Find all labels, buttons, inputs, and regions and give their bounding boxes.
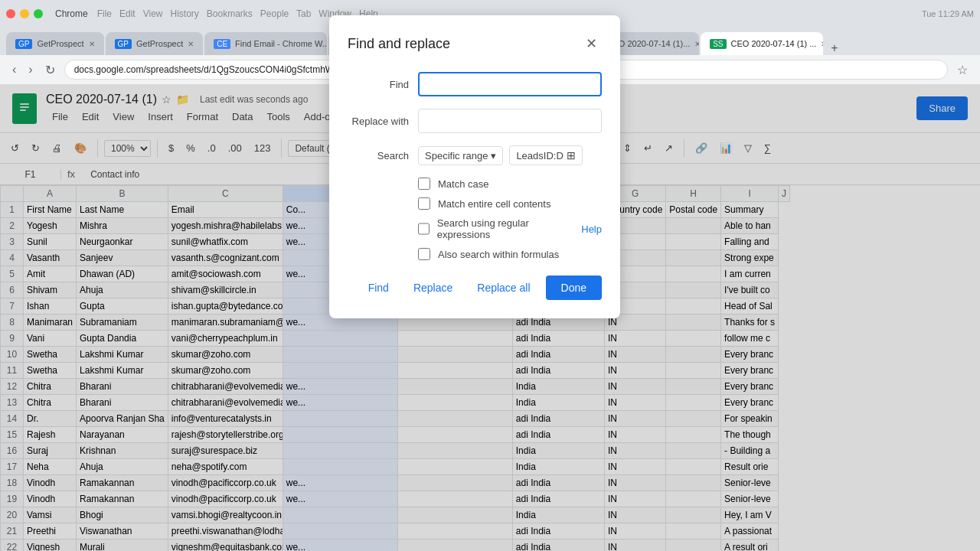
- find-row: Find: [348, 72, 602, 96]
- replace-button[interactable]: Replace: [404, 276, 462, 300]
- browser-tab-7-active[interactable]: SS CEO 2020-07-14 (1) ... ✕: [701, 32, 823, 55]
- regex-row: Search using regular expressions Help: [348, 217, 602, 240]
- tab-label-1: GetProspect: [37, 39, 83, 48]
- tab-favicon-3: CE: [214, 39, 230, 49]
- minimize-window-button[interactable]: [20, 9, 29, 18]
- tab-favicon-1: GP: [15, 39, 32, 49]
- dialog-title: Find and replace: [348, 36, 450, 52]
- within-formulas-checkbox[interactable]: [418, 248, 430, 260]
- regex-checkbox[interactable]: [418, 223, 430, 235]
- browser-tab-1[interactable]: GP GetProspect ✕: [6, 32, 104, 55]
- done-button[interactable]: Done: [546, 276, 602, 300]
- replace-all-button[interactable]: Replace all: [468, 276, 539, 300]
- close-window-button[interactable]: [6, 9, 15, 18]
- chevron-down-icon: ▾: [491, 150, 496, 161]
- dialog-close-button[interactable]: ✕: [581, 34, 602, 54]
- tab-close-6[interactable]: ✕: [694, 40, 699, 48]
- find-label: Find: [348, 79, 409, 90]
- match-case-label[interactable]: Match case: [438, 178, 488, 190]
- tab-label-2: GetProspect: [136, 39, 183, 48]
- search-option-text: Specific range: [425, 150, 488, 161]
- search-row: Search Specific range ▾ LeadsID:D ⊞: [348, 145, 602, 165]
- dialog-header: Find and replace ✕: [348, 34, 602, 54]
- tab-close-2[interactable]: ✕: [188, 40, 194, 48]
- tab-label-7: CEO 2020-07-14 (1) ...: [731, 39, 817, 48]
- bookmark-button[interactable]: ☆: [954, 60, 971, 80]
- search-range-text: LeadsID:D: [516, 150, 563, 161]
- tab-favicon-2: GP: [115, 39, 132, 49]
- find-input[interactable]: [418, 72, 602, 96]
- replace-input[interactable]: [418, 109, 602, 133]
- reload-button[interactable]: ↻: [42, 60, 58, 80]
- match-entire-row: Match entire cell contents: [348, 197, 602, 210]
- maximize-window-button[interactable]: [34, 9, 43, 18]
- browser-tab-2[interactable]: GP GetProspect ✕: [106, 32, 204, 55]
- match-entire-label[interactable]: Match entire cell contents: [438, 198, 550, 210]
- tab-label-3: Find Email - Chrome W...: [235, 39, 327, 48]
- search-options-row: Specific range ▾ LeadsID:D ⊞: [418, 145, 583, 165]
- regex-label[interactable]: Search using regular expressions: [437, 217, 573, 240]
- tab-close-7[interactable]: ✕: [821, 40, 823, 48]
- find-button[interactable]: Find: [359, 276, 398, 300]
- system-time: Tue 11:29 AM: [922, 9, 974, 18]
- match-entire-checkbox[interactable]: [418, 197, 430, 210]
- find-replace-dialog: Find and replace ✕ Find Replace with Sea…: [329, 15, 620, 318]
- grid-icon: ⊞: [567, 149, 576, 161]
- dialog-footer: Find Replace Replace all Done: [348, 276, 602, 300]
- tab-favicon-7: SS: [710, 39, 726, 49]
- back-button[interactable]: ‹: [9, 60, 19, 80]
- within-formulas-row: Also search within formulas: [348, 248, 602, 260]
- replace-label: Replace with: [348, 116, 409, 127]
- browser-tab-3[interactable]: CE Find Email - Chrome W... ✕: [204, 32, 327, 55]
- forward-button[interactable]: ›: [25, 60, 35, 80]
- app-name: Chrome: [55, 8, 88, 19]
- replace-row: Replace with: [348, 109, 602, 133]
- search-range-input[interactable]: LeadsID:D ⊞: [509, 145, 582, 165]
- tab-close-1[interactable]: ✕: [89, 40, 95, 48]
- match-case-checkbox[interactable]: [418, 178, 430, 190]
- help-link[interactable]: Help: [581, 223, 602, 235]
- match-case-row: Match case: [348, 178, 602, 190]
- new-tab-button[interactable]: +: [825, 41, 844, 55]
- search-dropdown[interactable]: Specific range ▾: [418, 146, 503, 165]
- within-formulas-label[interactable]: Also search within formulas: [438, 249, 559, 260]
- traffic-lights: [6, 9, 43, 18]
- search-label: Search: [348, 150, 409, 161]
